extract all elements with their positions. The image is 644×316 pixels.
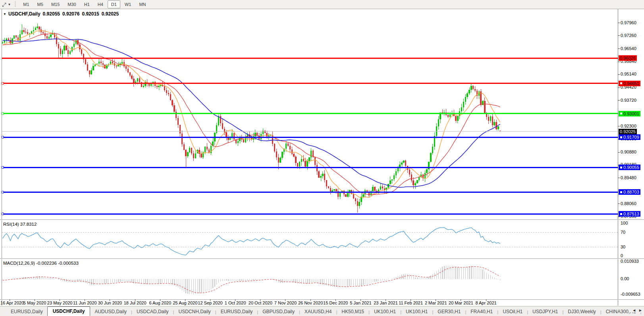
crosshair-cursor-icon[interactable]: ⤢ ▼ <box>2 2 11 7</box>
timeframe-button-m30[interactable]: M30 <box>64 0 79 8</box>
level-anchor-icon <box>620 191 623 194</box>
timeframe-button-h4[interactable]: H4 <box>94 0 107 8</box>
date-axis-label-4: 30 Jun 2020 <box>98 300 122 305</box>
chart-tab-usdcad-daily[interactable]: USDCAD,Daily <box>132 307 173 316</box>
rsi-value: 37.8312 <box>20 222 37 227</box>
price-axis-tick-0.89480: 0.89480 <box>621 175 636 180</box>
level-price-label-0.91709: 0.91709 <box>619 134 640 140</box>
date-axis-label-15: 23 Jan 2021 <box>374 300 398 305</box>
level-price-label-0.88703: 0.88703 <box>619 189 640 195</box>
macd-axis-tick-1: 0.00 <box>621 276 629 281</box>
date-axis-label-0: 16 Apr 2020 <box>0 300 24 305</box>
chart-tab-eurusd-daily[interactable]: EURUSD,Daily <box>216 307 257 316</box>
ma-fast-line <box>3 31 500 198</box>
macd-label: MACD(12,26,9) -0.002236 -0.000533 <box>3 261 79 266</box>
timeframe-button-w1[interactable]: W1 <box>121 0 135 8</box>
ohlc-high: 0.92076 <box>62 11 79 17</box>
bear-candle-bodies <box>8 27 500 206</box>
chart-title: ▼USDCHF,Daily0.920550.920760.920150.9202… <box>3 11 121 17</box>
chevron-down-icon: ▼ <box>8 3 11 6</box>
macd-name: MACD(12,26,9) <box>3 261 35 266</box>
timeframe-button-m1[interactable]: M1 <box>19 0 33 8</box>
level-anchor-icon <box>620 166 623 169</box>
level-price-label-0.96026: 0.96026 <box>619 55 637 61</box>
date-axis-label-2: 23 May 2020 <box>47 300 73 305</box>
chart-tab-bar: EURUSD,DailyUSDCHF,DailyAUDUSD,Daily|USD… <box>0 306 644 316</box>
date-axis-label-17: 2 Mar 2021 <box>425 300 447 305</box>
date-axis-label-18: 20 Mar 2021 <box>449 300 473 305</box>
ohlc-low: 0.92015 <box>82 11 99 17</box>
date-axis-label-3: 11 Jun 2020 <box>73 300 97 305</box>
toolbar-grip[interactable] <box>15 2 16 7</box>
date-axis-label-11: 7 Nov 2020 <box>274 300 297 305</box>
crosshair-cursor-icon: ⤢ <box>2 2 6 7</box>
level-price-text: 0.94651 <box>623 81 639 86</box>
date-axis-label-5: 18 Jul 2020 <box>124 300 147 305</box>
macd-axis-tick-2: -0.009653 <box>621 292 640 297</box>
level-price-label-0.94651: 0.94651 <box>619 81 640 86</box>
timeframe-button-d1[interactable]: D1 <box>108 0 120 8</box>
level-price-label-0.87513: 0.87513 <box>619 211 640 217</box>
price-axis-tick-0.96540: 0.96540 <box>621 46 636 51</box>
price-axis-tick-0.93720: 0.93720 <box>621 98 636 103</box>
bid-price-label: 0.92025 <box>619 129 637 134</box>
chart-tab-eurusd-daily[interactable]: EURUSD,Daily <box>6 307 47 316</box>
date-axis-label-12: 26 Nov 2020 <box>298 300 323 305</box>
collapse-triangle-icon: ▼ <box>3 12 6 16</box>
chart-canvas[interactable] <box>0 0 644 316</box>
level-anchor-icon <box>620 82 623 85</box>
rsi-axis-tick-100: 100 <box>621 221 628 225</box>
level-anchor-icon <box>620 112 623 115</box>
tab-scroll-right-icon[interactable]: ► <box>638 308 642 312</box>
rsi-axis-tick-0: 0 <box>621 253 623 258</box>
rsi-name: RSI(14) <box>3 222 19 227</box>
price-axis-tick-0.92300: 0.92300 <box>621 124 636 128</box>
chart-tab-ger30-h1[interactable]: GER30,H1 <box>433 307 465 316</box>
chart-tab-hk50-m15[interactable]: HK50,M15 <box>337 307 368 316</box>
rsi-label: RSI(14) 37.8312 <box>3 222 37 227</box>
ohlc-open: 0.92055 <box>43 11 60 17</box>
chart-tab-uk100-h1[interactable]: UK100,H1 <box>370 307 400 316</box>
timeframe-button-m15[interactable]: M15 <box>48 0 63 8</box>
level-price-text: 0.90055 <box>623 165 639 170</box>
timeframe-button-h1[interactable]: H1 <box>81 0 93 8</box>
level-price-text: 0.87513 <box>623 211 639 217</box>
chart-tab-gbpusd-daily[interactable]: GBPUSD,Daily <box>258 307 299 316</box>
chart-tab-usoil-h1[interactable]: USOil,H1 <box>498 307 527 316</box>
level-anchor-icon <box>620 136 623 139</box>
date-axis-label-8: 12 Sep 2020 <box>198 300 222 305</box>
date-axis-label-6: 6 Aug 2020 <box>149 300 171 305</box>
rsi-axis-tick-30: 30 <box>621 244 625 249</box>
mt4-window: ⤢ ▼ M1M5M15M30H1H4D1W1MN ▼USDCHF,Daily0.… <box>0 0 644 316</box>
date-axis-label-9: 1 Oct 2020 <box>225 300 246 305</box>
chart-tab-dj30-weekly[interactable]: DJ30,Weekly <box>563 307 600 316</box>
timeframe-button-m5[interactable]: M5 <box>34 0 47 8</box>
price-axis-tick-0.95140: 0.95140 <box>621 72 636 76</box>
chart-tab-usdchf-daily[interactable]: USDCHF,Daily <box>47 306 91 316</box>
level-price-text: 0.91709 <box>623 134 639 140</box>
tab-scroll-arrows: ◄ ► <box>630 308 642 312</box>
chart-tab-usdjpy-h1[interactable]: USDJPY,H1 <box>528 307 562 316</box>
chart-tab-usdcnh-daily[interactable]: USDCNH,Daily <box>174 307 215 316</box>
ohlc-close: 0.92025 <box>102 11 119 17</box>
chart-tab-uk100-h1[interactable]: UK100,H1 <box>401 307 432 316</box>
tab-scroll-left-icon[interactable]: ◄ <box>632 308 636 312</box>
macd-axis-tick-0: 0.010933 <box>621 259 639 264</box>
timeframe-button-mn[interactable]: MN <box>135 0 149 8</box>
level-price-text: 0.93001 <box>623 111 639 116</box>
date-axis-label-13: 15 Dec 2020 <box>323 300 348 305</box>
chart-tab-fra40-h1[interactable]: FRA40,H1 <box>466 307 497 316</box>
macd-histogram <box>3 266 500 295</box>
date-axis-label-1: 5 May 2020 <box>23 300 46 305</box>
date-axis-label-19: 8 Apr 2021 <box>475 300 496 305</box>
date-axis-label-7: 25 Aug 2020 <box>173 300 197 305</box>
timeframe-toolbar: ⤢ ▼ M1M5M15M30H1H4D1W1MN <box>0 0 644 9</box>
level-price-text: 0.88703 <box>623 189 639 195</box>
level-anchor-icon <box>620 213 623 215</box>
date-axis-label-16: 11 Feb 2021 <box>399 300 423 305</box>
chart-tab-audusd-daily[interactable]: AUDUSD,Daily <box>90 307 131 316</box>
date-axis-label-10: 20 Oct 2020 <box>249 300 272 305</box>
level-price-label-0.90055: 0.90055 <box>619 165 640 170</box>
level-price-text: 0.96026 <box>620 55 636 61</box>
chart-tab-xauusd-h4[interactable]: XAUUSD,H4 <box>300 307 336 316</box>
